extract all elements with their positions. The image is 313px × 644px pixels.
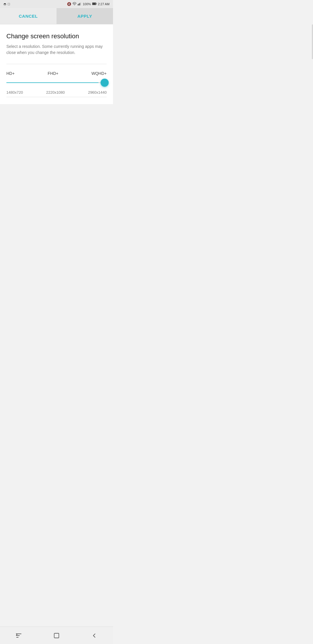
top-divider — [6, 64, 107, 64]
extra-icon: ☐ — [8, 3, 10, 6]
mute-icon: 🔇 — [67, 2, 71, 6]
slider-fill — [6, 82, 99, 83]
svg-rect-7 — [96, 3, 97, 4]
svg-rect-2 — [79, 3, 79, 5]
bottom-divider — [6, 97, 107, 97]
hd-label: HD+ — [6, 71, 14, 76]
status-bar: ◓ ☐ 🔇 100% — [0, 0, 113, 8]
apply-button[interactable]: APPLY — [57, 8, 113, 24]
resolution-values: 1480x720 644x313 2960x1440 — [6, 90, 107, 95]
status-left-icons: ◓ ☐ — [3, 2, 10, 6]
wqhd-value: 2960x1440 — [88, 90, 107, 95]
header: CANCEL APPLY — [0, 8, 113, 24]
svg-rect-1 — [78, 4, 78, 5]
main-content: Change screen resolution Select a resolu… — [0, 24, 113, 104]
slider-track — [6, 82, 107, 83]
resolution-labels: HD+ FHD+ WQHD+ — [6, 71, 107, 76]
empty-content-area — [0, 104, 113, 249]
svg-rect-4 — [80, 2, 81, 6]
time: 2:27 AM — [98, 2, 110, 6]
page-description: Select a resolution. Some currently runn… — [6, 44, 107, 56]
wifi-icon — [72, 2, 77, 6]
sim-icon: ◓ — [3, 2, 6, 6]
signal-icon — [78, 2, 82, 6]
hd-value: 1480x720 — [6, 90, 23, 95]
fhd-label: FHD+ — [48, 71, 58, 76]
fhd-value: 644x313 — [46, 90, 65, 95]
svg-rect-3 — [79, 3, 80, 5]
battery-percentage: 100% — [83, 2, 91, 6]
svg-point-0 — [74, 5, 75, 6]
page-title: Change screen resolution — [6, 32, 107, 40]
slider-thumb[interactable] — [101, 79, 109, 87]
wqhd-label: WQHD+ — [91, 71, 107, 76]
status-right-icons: 🔇 100% 2:27 AM — [67, 2, 110, 6]
cancel-button[interactable]: CANCEL — [0, 8, 57, 24]
svg-rect-6 — [92, 3, 96, 5]
battery-icon — [92, 2, 97, 6]
resolution-slider[interactable] — [6, 78, 107, 87]
